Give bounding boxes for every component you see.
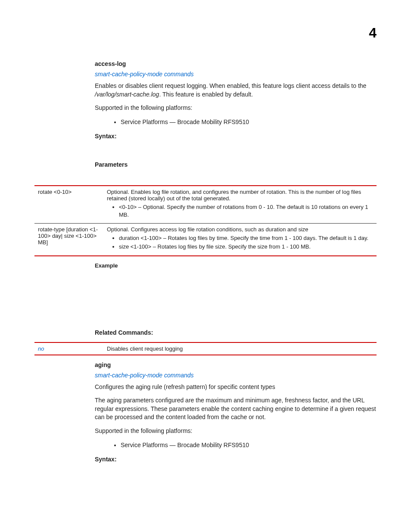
- param-desc-cell: Optional. Configures access log file rot…: [103, 224, 377, 256]
- related-command-desc: Disables client request logging: [103, 342, 377, 355]
- list-item: <0-10> – Optional. Specify the number of…: [119, 203, 371, 219]
- section-aging: aging smart-cache-policy-mode commands C…: [95, 361, 377, 463]
- text: Enables or disables client request loggi…: [95, 82, 366, 89]
- paragraph-details: The aging parameters configured are the …: [95, 396, 377, 422]
- page-number: 4: [369, 25, 377, 41]
- text: . This feature is enabled by default.: [159, 91, 253, 98]
- paragraph-description: Configures the aging rule (refresh patte…: [95, 383, 377, 392]
- platform-list: Service Platforms — Brocade Mobility RFS…: [95, 118, 377, 127]
- heading-access-log: access-log: [95, 60, 377, 67]
- param-options: duration <1-100> – Rotates log files by …: [107, 234, 371, 251]
- table-row: rotate <0-10> Optional. Enables log file…: [34, 186, 377, 224]
- link-smart-cache-commands[interactable]: smart-cache-policy-mode commands: [95, 71, 377, 78]
- table-row: no Disables client request logging: [34, 342, 377, 355]
- param-name: rotate-type [duration <1-100> day| size …: [34, 224, 103, 256]
- list-item: Service Platforms — Brocade Mobility RFS…: [121, 441, 377, 450]
- related-commands-table: no Disables client request logging: [34, 342, 377, 355]
- heading-example: Example: [95, 262, 377, 269]
- heading-syntax: Syntax:: [95, 133, 377, 140]
- example-block: Example Related Commands:: [95, 262, 377, 336]
- param-desc: Optional. Enables log file rotation, and…: [107, 189, 361, 202]
- heading-syntax: Syntax:: [95, 456, 377, 463]
- link-smart-cache-commands[interactable]: smart-cache-policy-mode commands: [95, 372, 377, 379]
- heading-related-commands: Related Commands:: [95, 329, 377, 336]
- list-item: duration <1-100> – Rotates log files by …: [119, 234, 371, 242]
- paragraph-description: Enables or disables client request loggi…: [95, 82, 377, 99]
- param-name: rotate <0-10>: [34, 186, 103, 224]
- heading-parameters: Parameters: [95, 161, 377, 168]
- text-supported-platforms: Supported in the following platforms:: [95, 104, 377, 112]
- list-item: Service Platforms — Brocade Mobility RFS…: [121, 118, 377, 127]
- param-options: <0-10> – Optional. Specify the number of…: [107, 203, 371, 219]
- heading-aging: aging: [95, 361, 377, 368]
- param-desc: Optional. Configures access log file rot…: [107, 226, 308, 233]
- related-command-link[interactable]: no: [34, 342, 103, 355]
- platform-list: Service Platforms — Brocade Mobility RFS…: [95, 441, 377, 450]
- param-desc-cell: Optional. Enables log file rotation, and…: [103, 186, 377, 224]
- text-supported-platforms: Supported in the following platforms:: [95, 427, 377, 436]
- text-path: /var/log/smart-cache.log: [95, 91, 159, 98]
- parameters-table: rotate <0-10> Optional. Enables log file…: [34, 185, 377, 256]
- section-access-log: access-log smart-cache-policy-mode comma…: [95, 60, 377, 168]
- list-item: size <1-100> – Rotates log files by file…: [119, 243, 371, 251]
- table-row: rotate-type [duration <1-100> day| size …: [34, 224, 377, 256]
